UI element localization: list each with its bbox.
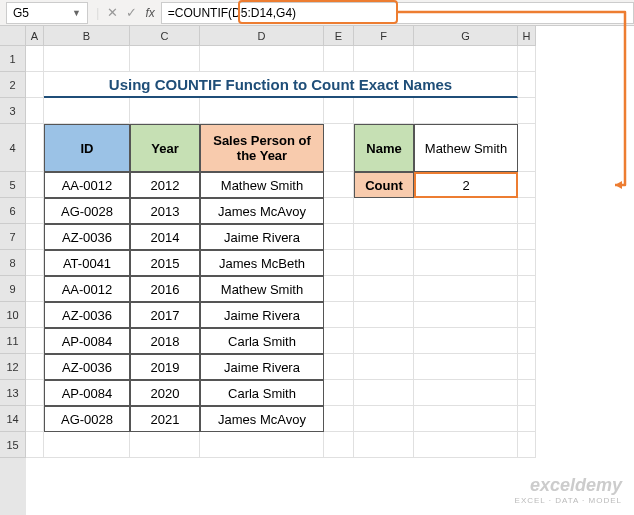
row-header[interactable]: 11	[0, 328, 26, 354]
row-header[interactable]: 5	[0, 172, 26, 198]
header-id[interactable]: ID	[44, 124, 130, 172]
cell-id[interactable]: AG-0028	[44, 198, 130, 224]
cell[interactable]	[200, 98, 324, 124]
cell[interactable]	[324, 432, 354, 458]
page-title[interactable]: Using COUNTIF Function to Count Exact Na…	[44, 72, 518, 98]
col-header[interactable]: F	[354, 26, 414, 46]
accept-icon[interactable]: ✓	[126, 5, 137, 20]
cell-year[interactable]: 2012	[130, 172, 200, 198]
cell-sp[interactable]: James McAvoy	[200, 406, 324, 432]
cell-id[interactable]: AP-0084	[44, 380, 130, 406]
cell[interactable]	[354, 276, 414, 302]
cell[interactable]	[324, 46, 354, 72]
cell[interactable]	[354, 46, 414, 72]
cell[interactable]	[414, 46, 518, 72]
cell[interactable]	[26, 276, 44, 302]
cell[interactable]	[26, 432, 44, 458]
col-header[interactable]: G	[414, 26, 518, 46]
cell-id[interactable]: AA-0012	[44, 172, 130, 198]
cell-id[interactable]: AZ-0036	[44, 224, 130, 250]
cell[interactable]	[354, 354, 414, 380]
cell[interactable]	[26, 302, 44, 328]
cell[interactable]	[324, 380, 354, 406]
cell[interactable]	[354, 250, 414, 276]
row-header[interactable]: 3	[0, 98, 26, 124]
row-header[interactable]: 10	[0, 302, 26, 328]
cell[interactable]	[518, 72, 536, 98]
col-header[interactable]: H	[518, 26, 536, 46]
cell[interactable]	[518, 124, 536, 172]
cell[interactable]	[354, 98, 414, 124]
cell[interactable]	[44, 46, 130, 72]
cell[interactable]	[518, 98, 536, 124]
side-name-label[interactable]: Name	[354, 124, 414, 172]
row-header[interactable]: 2	[0, 72, 26, 98]
col-header[interactable]: A	[26, 26, 44, 46]
cell-sp[interactable]: James McBeth	[200, 250, 324, 276]
cell-sp[interactable]: James McAvoy	[200, 198, 324, 224]
cell-sp[interactable]: Jaime Rivera	[200, 302, 324, 328]
row-header[interactable]: 6	[0, 198, 26, 224]
cell-id[interactable]: AT-0041	[44, 250, 130, 276]
row-header[interactable]: 9	[0, 276, 26, 302]
cell[interactable]	[518, 354, 536, 380]
cell[interactable]	[518, 276, 536, 302]
cell[interactable]	[324, 302, 354, 328]
cell-year[interactable]: 2020	[130, 380, 200, 406]
cell[interactable]	[200, 432, 324, 458]
cell[interactable]	[518, 380, 536, 406]
chevron-down-icon[interactable]: ▼	[72, 8, 81, 18]
col-header[interactable]: D	[200, 26, 324, 46]
cell[interactable]	[518, 198, 536, 224]
cell-year[interactable]: 2018	[130, 328, 200, 354]
row-header[interactable]: 12	[0, 354, 26, 380]
cell-id[interactable]: AZ-0036	[44, 354, 130, 380]
cell-id[interactable]: AG-0028	[44, 406, 130, 432]
cell[interactable]	[518, 250, 536, 276]
cell[interactable]	[414, 354, 518, 380]
cell[interactable]	[26, 406, 44, 432]
cell[interactable]	[26, 172, 44, 198]
cell[interactable]	[414, 432, 518, 458]
cell[interactable]	[26, 72, 44, 98]
cell[interactable]	[324, 172, 354, 198]
cell[interactable]	[324, 224, 354, 250]
cell[interactable]	[26, 224, 44, 250]
cell[interactable]	[414, 224, 518, 250]
cell[interactable]	[324, 124, 354, 172]
row-header[interactable]: 7	[0, 224, 26, 250]
row-header[interactable]: 13	[0, 380, 26, 406]
cell[interactable]	[518, 46, 536, 72]
cell[interactable]	[518, 328, 536, 354]
cell[interactable]	[324, 98, 354, 124]
cell[interactable]	[354, 432, 414, 458]
cell[interactable]	[354, 406, 414, 432]
cell[interactable]	[26, 380, 44, 406]
row-header[interactable]: 1	[0, 46, 26, 72]
cell[interactable]	[324, 354, 354, 380]
row-header[interactable]: 15	[0, 432, 26, 458]
cell[interactable]	[26, 98, 44, 124]
cell-sp[interactable]: Carla Smith	[200, 328, 324, 354]
cell[interactable]	[130, 98, 200, 124]
cell[interactable]	[354, 380, 414, 406]
cell-year[interactable]: 2014	[130, 224, 200, 250]
cell[interactable]	[200, 46, 324, 72]
cell[interactable]	[26, 250, 44, 276]
cell[interactable]	[414, 250, 518, 276]
side-name-value[interactable]: Mathew Smith	[414, 124, 518, 172]
cell-sp[interactable]: Mathew Smith	[200, 276, 324, 302]
cancel-icon[interactable]: ✕	[107, 5, 118, 20]
cell[interactable]	[518, 406, 536, 432]
select-all-corner[interactable]	[0, 26, 26, 46]
cell[interactable]	[414, 328, 518, 354]
row-header[interactable]: 14	[0, 406, 26, 432]
formula-bar[interactable]: =COUNTIF(D5:D14,G4)	[161, 2, 634, 24]
cell[interactable]	[44, 98, 130, 124]
cell[interactable]	[26, 46, 44, 72]
cell[interactable]	[324, 276, 354, 302]
cell[interactable]	[414, 198, 518, 224]
cell-id[interactable]: AZ-0036	[44, 302, 130, 328]
row-header[interactable]: 8	[0, 250, 26, 276]
cell[interactable]	[26, 328, 44, 354]
